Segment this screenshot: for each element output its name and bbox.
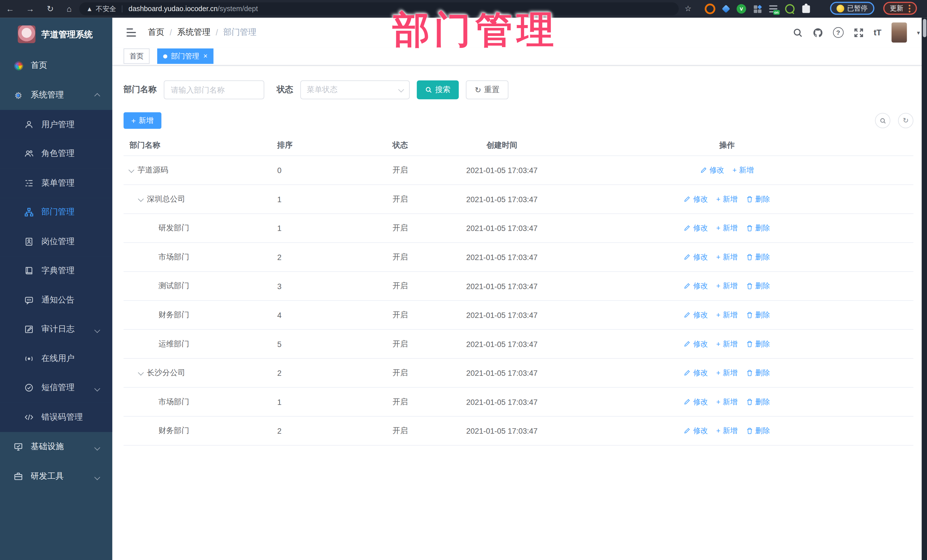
sidebar-item[interactable]: 审计日志 <box>0 315 112 344</box>
home-icon[interactable]: ⌂ <box>62 0 77 18</box>
kebab-menu-icon[interactable] <box>909 5 910 12</box>
edit-action-link[interactable]: 修改 <box>700 165 724 175</box>
status-select[interactable]: 菜单状态 <box>300 80 410 99</box>
action-label: 新增 <box>723 310 738 320</box>
add-button[interactable]: + 新增 <box>123 112 161 129</box>
github-icon[interactable] <box>813 27 823 37</box>
delete-action-link[interactable]: 删除 <box>746 397 770 407</box>
sidebar-item[interactable]: 错误码管理 <box>0 403 112 432</box>
font-size-icon[interactable]: tT <box>874 28 881 37</box>
table-row: 测试部门3开启2021-01-05 17:03:47修改+新增删除 <box>123 272 913 301</box>
sidebar-item[interactable]: 首页 <box>0 51 112 80</box>
add-action-link[interactable]: +新增 <box>716 397 738 407</box>
sidebar-item-label: 错误码管理 <box>41 412 83 422</box>
tag-dept-active[interactable]: 部门管理 × <box>157 49 213 64</box>
toggle-search-button[interactable] <box>875 113 891 128</box>
close-icon[interactable]: × <box>204 52 208 59</box>
delete-action-link[interactable]: 删除 <box>746 426 770 436</box>
sidebar-item[interactable]: 研发工具 <box>0 461 112 491</box>
reset-button[interactable]: ↻ 重置 <box>466 80 508 99</box>
delete-action-link[interactable]: 删除 <box>746 223 770 233</box>
list-on-extension-icon[interactable]: on <box>769 5 778 12</box>
search-icon[interactable] <box>793 27 802 37</box>
sidebar-item[interactable]: 角色管理 <box>0 139 112 168</box>
dept-name: 市场部门 <box>158 397 189 407</box>
grid-extension-icon[interactable] <box>754 5 761 13</box>
delete-action-link[interactable]: 删除 <box>746 252 770 262</box>
expand-arrow-icon[interactable] <box>139 372 143 374</box>
sidebar-item[interactable]: 菜单管理 <box>0 168 112 198</box>
app-logo-row[interactable]: 芋道管理系统 <box>0 18 112 51</box>
scrollbar-thumb[interactable] <box>922 19 926 37</box>
hamburger-icon[interactable] <box>127 29 136 36</box>
refresh-table-button[interactable]: ↻ <box>898 113 913 128</box>
edit-action-link[interactable]: 修改 <box>684 339 708 349</box>
add-action-link[interactable]: +新增 <box>716 368 738 378</box>
dept-name: 市场部门 <box>158 252 189 262</box>
dept-created-time: 2021-01-05 17:03:47 <box>464 369 540 377</box>
dept-name-input[interactable] <box>164 80 264 99</box>
sidebar-item[interactable]: 基础设施 <box>0 432 112 461</box>
edit-action-link[interactable]: 修改 <box>684 368 708 378</box>
sidebar-item[interactable]: 字典管理 <box>0 256 112 286</box>
breadcrumb-system[interactable]: 系统管理 <box>178 27 211 38</box>
sidebar-item[interactable]: 部门管理 <box>0 197 112 227</box>
add-action-link[interactable]: +新增 <box>716 310 738 320</box>
add-action-link[interactable]: +新增 <box>716 252 738 262</box>
sidebar-item[interactable]: 用户管理 <box>0 110 112 140</box>
delete-action-link[interactable]: 删除 <box>746 194 770 204</box>
dept-name: 研发部门 <box>158 223 189 233</box>
user-avatar[interactable] <box>892 23 907 42</box>
sidebar-item[interactable]: ⚙系统管理 <box>0 80 112 110</box>
fullscreen-icon[interactable] <box>853 27 863 37</box>
paused-profile-badge[interactable]: 已暂停 <box>830 2 874 15</box>
extensions-puzzle-icon[interactable] <box>802 5 810 13</box>
blue-gem-extension-icon[interactable] <box>722 5 730 13</box>
forward-icon[interactable]: → <box>23 0 38 18</box>
tag-home[interactable]: 首页 <box>123 49 149 64</box>
edit-action-link[interactable]: 修改 <box>684 194 708 204</box>
edit-icon <box>684 253 691 261</box>
main-area: 首页 / 系统管理 / 部门管理 ? tT ▾ 首 <box>112 18 927 560</box>
back-icon[interactable]: ← <box>2 0 18 18</box>
expand-arrow-icon[interactable] <box>139 198 143 200</box>
chevron-down-icon[interactable]: ▾ <box>917 29 920 36</box>
sidebar-item-label: 部门管理 <box>41 207 74 217</box>
add-action-link[interactable]: +新增 <box>716 194 738 204</box>
delete-action-link[interactable]: 删除 <box>746 368 770 378</box>
delete-action-link[interactable]: 删除 <box>746 281 770 291</box>
orange-ring-extension-icon[interactable] <box>705 3 715 14</box>
reset-button-label: 重置 <box>484 84 500 95</box>
help-icon[interactable]: ? <box>833 27 843 38</box>
sidebar-item[interactable]: 岗位管理 <box>0 227 112 256</box>
url-domain: dashboard.yudao.iocoder.cn <box>129 5 218 13</box>
page-scrollbar[interactable] <box>922 18 927 560</box>
delete-action-link[interactable]: 删除 <box>746 339 770 349</box>
breadcrumb-home[interactable]: 首页 <box>148 27 164 38</box>
emoji-avatar <box>837 5 844 12</box>
address-bar[interactable]: ▲ 不安全 dashboard.yudao.iocoder.cn /system… <box>79 2 679 15</box>
green-search-extension-icon[interactable] <box>785 4 795 14</box>
add-action-link[interactable]: +新增 <box>716 426 738 436</box>
sidebar-item[interactable]: 短信管理 <box>0 373 112 403</box>
expand-arrow-icon[interactable] <box>129 169 133 171</box>
add-action-link[interactable]: +新增 <box>732 165 754 175</box>
online-user-icon <box>24 353 34 364</box>
edit-action-link[interactable]: 修改 <box>684 426 708 436</box>
add-action-link[interactable]: +新增 <box>716 281 738 291</box>
sidebar-item[interactable]: 通知公告 <box>0 285 112 315</box>
sidebar-item[interactable]: 在线用户 <box>0 344 112 373</box>
update-button[interactable]: 更新 <box>883 2 917 15</box>
edit-action-link[interactable]: 修改 <box>684 252 708 262</box>
edit-action-link[interactable]: 修改 <box>684 310 708 320</box>
edit-action-link[interactable]: 修改 <box>684 397 708 407</box>
edit-action-link[interactable]: 修改 <box>684 281 708 291</box>
add-action-link[interactable]: +新增 <box>716 223 738 233</box>
reload-icon[interactable]: ↻ <box>43 0 58 18</box>
green-check-extension-icon[interactable]: v <box>737 4 746 14</box>
edit-action-link[interactable]: 修改 <box>684 223 708 233</box>
bookmark-star-icon[interactable]: ☆ <box>685 0 691 18</box>
add-action-link[interactable]: +新增 <box>716 339 738 349</box>
delete-action-link[interactable]: 删除 <box>746 310 770 320</box>
search-button[interactable]: 搜索 <box>417 80 459 99</box>
